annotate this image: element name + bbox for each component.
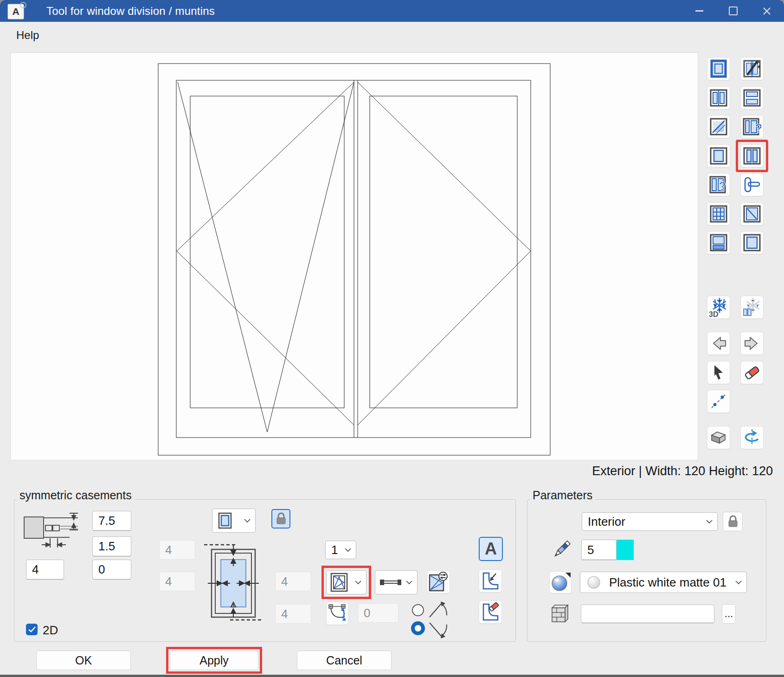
pen-color-swatch[interactable] (617, 540, 634, 560)
apply-label: Apply (199, 654, 229, 667)
menu-help[interactable]: Help (13, 28, 43, 43)
lock-icon (275, 512, 287, 525)
material-selected-value: Plastic white matte 01 (609, 575, 726, 590)
dialog-window: A Tool for window division / muntins Hel… (0, 0, 784, 677)
minimize-icon (695, 10, 703, 12)
casement-left-question-icon: ? (709, 175, 728, 194)
tool-vertical-split-button[interactable] (740, 144, 764, 168)
ok-button[interactable]: OK (36, 651, 131, 670)
texture-field[interactable] (581, 605, 714, 623)
casement-settings-button[interactable] (427, 570, 450, 593)
casement-count-dropdown[interactable]: 1 (325, 541, 356, 559)
margin-left-bottom-value: 4 (165, 574, 172, 589)
tool-magic-wand-button[interactable] (740, 57, 764, 80)
tool-whole-window-button[interactable] (707, 57, 730, 80)
snowflake-3d-icon: 3D (708, 297, 729, 317)
arrow-left-icon (709, 334, 728, 353)
maximize-button[interactable] (717, 0, 749, 22)
swing-up-icon (427, 600, 449, 619)
pane-type-dropdown[interactable] (212, 509, 256, 533)
swing-angle-value: 0 (364, 606, 370, 620)
texture-browse-label: ... (725, 608, 733, 620)
cursor-icon (709, 363, 728, 382)
tool-bottom-panel-button[interactable] (707, 231, 730, 254)
bar-connector-icon (379, 577, 405, 587)
pen-icon (550, 538, 572, 561)
window-drawing (11, 53, 698, 460)
chevron-down-icon (355, 580, 361, 585)
material-picker-button[interactable] (549, 571, 572, 593)
check-icon (28, 626, 36, 632)
tool-horizontal-split-button[interactable] (740, 86, 764, 110)
material-dropdown[interactable]: Plastic white matte 01 (580, 572, 747, 593)
select-cursor-button[interactable] (707, 361, 730, 384)
parameters-legend: Parameters (530, 489, 595, 502)
tool-plain-pane-button[interactable] (740, 231, 764, 254)
tool-casement-question-button[interactable]: ? (740, 115, 764, 138)
pane-type-icon (218, 512, 232, 529)
whole-window-icon (710, 59, 727, 78)
margin-right-top-field: 4 (275, 572, 311, 591)
ok-label: OK (75, 654, 92, 667)
maximize-icon (729, 6, 738, 15)
side-dropdown[interactable]: Interior (582, 512, 718, 531)
close-button[interactable] (751, 0, 783, 22)
frame-gap-field[interactable]: 0 (92, 560, 131, 580)
chevron-down-icon (345, 548, 351, 552)
symmetric-casements-legend: symmetric casements (17, 489, 135, 502)
symmetry-lock-button[interactable] (271, 509, 290, 529)
measure-line-button[interactable] (707, 390, 730, 413)
arrow-right-button[interactable] (740, 332, 764, 355)
margin-right-bottom-field: 4 (275, 604, 311, 624)
texture-browse-button[interactable]: ... (722, 604, 736, 624)
freeze-2d-button[interactable] (740, 296, 764, 319)
frame-left-field[interactable]: 4 (26, 560, 64, 580)
muntin-grid-icon (710, 204, 727, 224)
arrow-left-button[interactable] (707, 332, 730, 355)
menu-bar: Help (0, 22, 784, 48)
rotate-3d-icon (742, 428, 762, 447)
tool-two-casements-button[interactable] (707, 86, 730, 110)
vertical-split-icon (743, 146, 761, 166)
pen-number-field[interactable]: 5 (581, 540, 617, 560)
window-bottom-edge (0, 675, 784, 677)
tool-muntin-grid-button[interactable] (707, 202, 730, 226)
freeze-3d-label: 3D (709, 310, 718, 317)
swing-down-radio[interactable] (411, 621, 425, 635)
tool-door-handle-button[interactable] (740, 173, 764, 196)
frame-gap-value: 0 (98, 562, 105, 577)
cancel-button[interactable]: Cancel (297, 651, 392, 670)
profile-erase-button[interactable] (479, 600, 502, 624)
tool-casement-left-question-button[interactable]: ? (707, 173, 730, 196)
casement-question-icon: ? (743, 117, 761, 136)
freeze-3d-button[interactable]: 3D (707, 296, 730, 319)
opening-type-dropdown[interactable] (326, 570, 366, 594)
swing-arc-icon (328, 603, 347, 624)
side-lock-button[interactable] (723, 512, 743, 531)
plain-pane-icon (743, 233, 761, 252)
close-icon (762, 6, 771, 16)
profile-import-button[interactable] (479, 569, 502, 593)
eraser-button[interactable] (740, 361, 764, 384)
frame-overlap-field[interactable]: 1.5 (92, 536, 131, 556)
apply-button[interactable]: Apply (170, 651, 258, 670)
frame-width-field[interactable]: 7.5 (92, 511, 131, 531)
minimize-button[interactable] (683, 0, 715, 22)
view-2d-checkbox[interactable] (26, 624, 38, 635)
auto-label-button[interactable]: A (479, 537, 503, 561)
magic-wand-icon (743, 59, 761, 78)
swing-up-radio[interactable] (412, 604, 424, 616)
rotate-3d-button[interactable] (740, 426, 764, 449)
status-text: Exterior | Width: 120 Height: 120 (592, 464, 773, 478)
window-settings-icon (428, 571, 449, 593)
tool-diagonal-split-button[interactable] (707, 115, 730, 138)
pen-number-value: 5 (587, 543, 594, 557)
drawing-canvas[interactable] (10, 52, 698, 460)
swing-angle-button[interactable] (326, 602, 348, 625)
swing-angle-field: 0 (358, 603, 398, 623)
margin-left-top-field: 4 (159, 540, 195, 560)
muntin-bar-dropdown[interactable] (375, 570, 418, 594)
tool-diagonal-muntin-button[interactable] (740, 202, 764, 226)
box-3d-button[interactable] (707, 426, 730, 449)
tool-single-pane-button[interactable] (707, 144, 730, 168)
